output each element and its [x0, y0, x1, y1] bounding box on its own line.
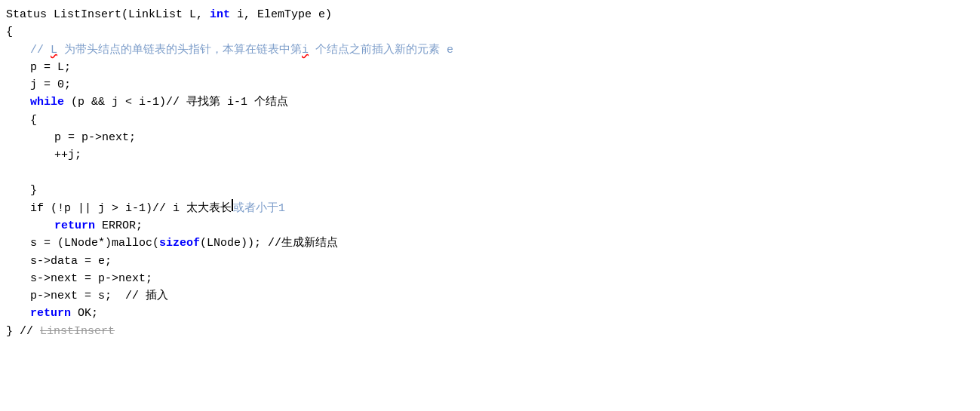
code-text: ++j; [54, 146, 81, 164]
code-line-8: p = p->next; [6, 129, 968, 146]
code-text: i, ElemType e) [230, 6, 332, 23]
code-line-10: } [6, 182, 968, 199]
code-line-12: return ERROR; [6, 217, 968, 235]
code-text: p->next = s; // 插入 [30, 287, 168, 305]
code-text: { [6, 23, 13, 41]
code-line-9: ++j; [6, 146, 968, 164]
code-line-17: return OK; [6, 305, 968, 322]
code-text: j = 0; [30, 76, 71, 94]
code-text: (LNode)); //生成新结点 [200, 235, 338, 252]
code-text: } [30, 182, 37, 199]
comment-text: 为带头结点的单链表的头指针，本算在链表中第 [57, 41, 302, 59]
code-container: Status ListInsert(LinkList L, int i, Ele… [0, 0, 980, 411]
code-line-5: j = 0; [6, 76, 968, 94]
code-line-3: // L 为带头结点的单链表的头指针，本算在链表中第i 个结点之前插入新的元素 … [6, 41, 968, 59]
code-text: s = (LNode*)malloc( [30, 235, 159, 252]
code-line-7: { [6, 112, 968, 129]
code-line-6: while (p && j < i-1)// 寻找第 i-1 个结点 [6, 94, 968, 111]
code-text: Status ListInsert(LinkList L, [6, 6, 210, 23]
keyword-int: int [210, 6, 230, 23]
code-text: { [30, 112, 37, 129]
code-text: p = L; [30, 59, 71, 76]
code-line-14: s->data = e; [6, 253, 968, 270]
code-line-18: } // LinstInsert [6, 323, 968, 340]
code-line-1: Status ListInsert(LinkList L, int i, Ele… [6, 6, 968, 23]
code-line-16: p->next = s; // 插入 [6, 287, 968, 305]
code-text: } // [6, 323, 40, 340]
comment-text: 或者小于1 [233, 200, 285, 217]
comment-text: // [30, 41, 51, 59]
code-text: if (!p || j > i-1)// i 太大表长 [30, 200, 232, 217]
comment-underline-2: i [302, 41, 309, 59]
strikethrough-comment: LinstInsert [40, 323, 115, 340]
code-text: OK; [71, 305, 98, 322]
comment-underline: L [51, 41, 57, 59]
code-text: s->next = p->next; [30, 270, 152, 287]
keyword-while: while [30, 94, 64, 111]
keyword-return: return [54, 217, 95, 235]
code-line-15: s->next = p->next; [6, 270, 968, 287]
code-text: ERROR; [95, 217, 143, 235]
code-line-blank [6, 164, 968, 181]
code-text: s->data = e; [30, 253, 112, 270]
comment-text: 个结点之前插入新的元素 e [309, 41, 453, 59]
keyword-return-2: return [30, 305, 71, 322]
code-text: (p && j < i-1)// 寻找第 i-1 个结点 [64, 94, 288, 111]
code-line-4: p = L; [6, 59, 968, 76]
code-text [30, 164, 37, 181]
code-line-2: { [6, 23, 968, 41]
code-text: p = p->next; [54, 129, 136, 146]
code-line-11: if (!p || j > i-1)// i 太大表长或者小于1 [6, 199, 968, 217]
keyword-sizeof: sizeof [159, 235, 200, 252]
code-line-13: s = (LNode*)malloc(sizeof(LNode)); //生成新… [6, 235, 968, 252]
